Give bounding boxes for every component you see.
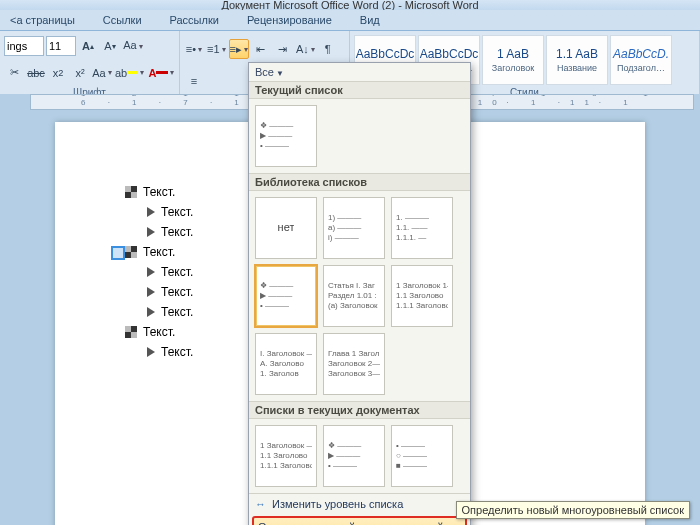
indent-decrease-button[interactable]: ⇤	[251, 39, 271, 59]
library-thumb-6[interactable]: I. Заголовок — A. Заголово 1. Заголов	[255, 333, 317, 395]
sort-button[interactable]: A↓	[295, 39, 316, 59]
library-thumb-4[interactable]: Статья I. ЗагРаздел 1.01 : (a) Заголовок	[323, 265, 385, 327]
library-thumb-1[interactable]: 1) ——— a) ——— i) ———	[323, 197, 385, 259]
current-list-thumb[interactable]: ❖ ——— ▶ ——— • ———	[255, 105, 317, 167]
cut-button[interactable]: ✂	[4, 63, 24, 83]
font-color-icon: A	[148, 67, 156, 79]
dd-section-library: Библиотека списков	[249, 173, 470, 191]
bullets-icon: ≡•	[186, 43, 196, 55]
arrow-bullet-icon	[147, 347, 155, 357]
library-thumb-3[interactable]: ❖ ——— ▶ ——— • ———	[255, 265, 317, 327]
highlight-button[interactable]: ab	[114, 63, 145, 83]
diamond-bullet-icon	[125, 186, 137, 198]
align-left-button[interactable]: ≡	[184, 71, 204, 91]
arrow-bullet-icon	[147, 227, 155, 237]
font-size-select[interactable]: 11	[46, 36, 76, 56]
dd-section-indoc: Списки в текущих документах	[249, 401, 470, 419]
bullets-button[interactable]: ≡•	[184, 39, 204, 59]
clear-format-button[interactable]: Aa	[122, 36, 144, 56]
tab-page-layout[interactable]: <a страницы	[0, 12, 85, 28]
font-color-button[interactable]: A	[147, 63, 175, 83]
change-case-button[interactable]: Aa	[92, 63, 112, 83]
align-left-icon: ≡	[191, 75, 197, 87]
style-item-4[interactable]: AaBbCcD.Подзагол…	[610, 35, 672, 85]
change-list-level-item[interactable]: ↔ Изменить уровень списка ▶	[249, 494, 470, 514]
font-name-select[interactable]: ings	[4, 36, 44, 56]
highlighter-icon: ab	[115, 67, 127, 79]
arrow-right-icon: ↔	[255, 498, 266, 510]
style-item-2[interactable]: 1 AaBЗаголовок	[482, 35, 544, 85]
show-marks-button[interactable]: ¶	[318, 39, 338, 59]
multilevel-list-dropdown: Все▼ Текущий список ❖ ——— ▶ ——— • ——— Би…	[248, 62, 471, 525]
strike-button[interactable]: abc	[26, 63, 46, 83]
library-thumb-7[interactable]: Глава 1 Загол Заголовок 2— Заголовок 3—	[323, 333, 385, 395]
arrow-bullet-icon	[147, 307, 155, 317]
indoc-thumb-2[interactable]: • ——— ○ ——— ■ ———	[391, 425, 453, 487]
tab-view[interactable]: Вид	[350, 12, 390, 28]
tooltip: Определить новый многоуровневый список	[456, 501, 690, 519]
library-thumb-2[interactable]: 1. ——— 1.1. —— 1.1.1. —	[391, 197, 453, 259]
selection-box	[111, 246, 125, 260]
pilcrow-icon: ¶	[325, 43, 331, 55]
title-bar: Документ Microsoft Office Word (2) - Mic…	[0, 0, 700, 10]
font-group: ings 11 A▴ A▾ Aa ✂ abc x2 x² Aa ab A Шри…	[0, 31, 180, 100]
numbering-icon: ≡1	[207, 43, 220, 55]
grow-font-button[interactable]: A▴	[78, 36, 98, 56]
indent-icon: ⇥	[278, 43, 287, 56]
indoc-thumb-0[interactable]: 1 Заголовок —1.1 Заголово1.1.1 Заголово	[255, 425, 317, 487]
arrow-bullet-icon	[147, 287, 155, 297]
define-new-multilevel-item[interactable]: Определить новый многоуровневый список…	[252, 516, 467, 525]
shrink-font-button[interactable]: A▾	[100, 36, 120, 56]
outdent-icon: ⇤	[256, 43, 265, 56]
subscript-button[interactable]: x2	[48, 63, 68, 83]
indoc-thumb-1[interactable]: ❖ ——— ▶ ——— • ———	[323, 425, 385, 487]
tab-references[interactable]: Ссылки	[93, 12, 152, 28]
library-thumb-5[interactable]: 1 Заголовок 1—1.1 Заголово1.1.1 Заголово	[391, 265, 453, 327]
multilevel-list-button[interactable]: ≡▸	[229, 39, 249, 59]
diamond-bullet-icon	[125, 326, 137, 338]
numbering-button[interactable]: ≡1	[206, 39, 227, 59]
style-item-3[interactable]: 1.1 AaBНазвание	[546, 35, 608, 85]
tab-mailings[interactable]: Рассылки	[160, 12, 229, 28]
superscript-button[interactable]: x²	[70, 63, 90, 83]
scissors-icon: ✂	[10, 66, 19, 79]
arrow-bullet-icon	[147, 207, 155, 217]
tab-review[interactable]: Рецензирование	[237, 12, 342, 28]
multilevel-icon: ≡▸	[230, 43, 242, 56]
library-thumb-0[interactable]: нет	[255, 197, 317, 259]
diamond-bullet-icon	[125, 246, 137, 258]
eraser-icon: Aa	[123, 39, 137, 53]
ribbon-tabs: <a страницы Ссылки Рассылки Рецензирован…	[0, 10, 700, 31]
sort-icon: A↓	[296, 43, 309, 55]
dd-all-row[interactable]: Все▼	[249, 63, 470, 81]
dd-section-current: Текущий список	[249, 81, 470, 99]
chevron-down-icon: ▼	[276, 69, 284, 78]
arrow-bullet-icon	[147, 267, 155, 277]
indent-increase-button[interactable]: ⇥	[273, 39, 293, 59]
